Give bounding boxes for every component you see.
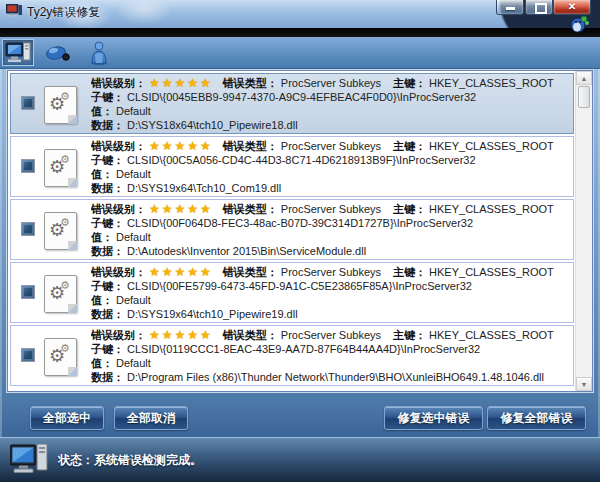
maximize-icon bbox=[535, 3, 547, 14]
gear-icon: ⚙ bbox=[60, 154, 70, 165]
scroll-thumb[interactable] bbox=[578, 86, 590, 108]
data-value: D:\Program Files (x86)\Thunder Network\T… bbox=[127, 371, 544, 383]
label-error-level: 错误级别： bbox=[91, 77, 146, 89]
label-main-key: 主键： bbox=[393, 140, 426, 152]
entry-header-row: 错误级别：★★★★★错误类型：ProcServer Subkeys主键：HKEY… bbox=[91, 202, 570, 216]
error-list-item[interactable]: ⚙ ⚙ 错误级别：★★★★★错误类型：ProcServer Subkeys主键：… bbox=[10, 73, 574, 134]
entry-checkbox[interactable] bbox=[21, 222, 35, 236]
entry-checkbox[interactable] bbox=[21, 159, 35, 173]
error-list-item[interactable]: ⚙ ⚙ 错误级别：★★★★★错误类型：ProcServer Subkeys主键：… bbox=[10, 136, 574, 197]
entry-details: 错误级别：★★★★★错误类型：ProcServer Subkeys主键：HKEY… bbox=[91, 265, 570, 321]
label-data: 数据： bbox=[91, 245, 124, 257]
scroll-up-button[interactable]: ▲ bbox=[576, 71, 592, 85]
minimize-button[interactable] bbox=[496, 0, 524, 15]
label-main-key: 主键： bbox=[393, 329, 426, 341]
label-error-level: 错误级别： bbox=[91, 203, 146, 215]
toolbar-button-user[interactable] bbox=[83, 39, 115, 66]
gear-document-icon: ⚙ ⚙ bbox=[44, 149, 77, 187]
toolbar bbox=[0, 37, 600, 69]
select-all-button[interactable]: 全部选中 bbox=[30, 406, 104, 430]
entry-subkey-row: 子键：CLSID\{0045EBB9-9947-4370-A9C9-4EFBEA… bbox=[91, 90, 570, 104]
titlebar[interactable]: Ty2y错误修复 ✕ bbox=[0, 0, 600, 28]
label-data: 数据： bbox=[91, 119, 124, 131]
value-value: Default bbox=[116, 357, 151, 369]
label-main-key: 主键： bbox=[393, 266, 426, 278]
label-value: 值： bbox=[91, 231, 113, 243]
sub-key-value: CLSID\{0119CCC1-8EAC-43E9-AA7D-87F64B44A… bbox=[127, 343, 480, 355]
error-type-value: ProcServer Subkeys bbox=[281, 140, 381, 152]
value-value: Default bbox=[116, 105, 151, 117]
entry-value-row: 值：Default bbox=[91, 104, 570, 118]
app-window: Ty2y错误修复 ✕ bbox=[0, 0, 600, 482]
error-list-entries: ⚙ ⚙ 错误级别：★★★★★错误类型：ProcServer Subkeys主键：… bbox=[8, 71, 576, 391]
entry-details: 错误级别：★★★★★错误类型：ProcServer Subkeys主键：HKEY… bbox=[91, 139, 570, 195]
gear-icon: ⚙ bbox=[60, 217, 70, 228]
sub-key-value: CLSID\{0045EBB9-9947-4370-A9C9-4EFBEAC4F… bbox=[127, 91, 476, 103]
entry-subkey-row: 子键：CLSID\{00FE5799-6473-45FD-9A1C-C5E238… bbox=[91, 279, 570, 293]
sub-key-value: CLSID\{00C5A056-CD4C-44D3-8C71-4D6218913… bbox=[127, 154, 476, 166]
main-key-value: HKEY_CLASSES_ROOT bbox=[429, 140, 554, 152]
entry-data-row: 数据：D:\SYS19x64\tch10_Pipewire19.dll bbox=[91, 307, 570, 321]
error-list: ⚙ ⚙ 错误级别：★★★★★错误类型：ProcServer Subkeys主键：… bbox=[7, 70, 593, 392]
maximize-button[interactable] bbox=[525, 0, 553, 15]
error-list-item[interactable]: ⚙ ⚙ 错误级别：★★★★★错误类型：ProcServer Subkeys主键：… bbox=[10, 262, 574, 323]
label-error-level: 错误级别： bbox=[91, 266, 146, 278]
computer-status-icon bbox=[10, 443, 48, 476]
entry-checkbox[interactable] bbox=[21, 96, 35, 110]
scroll-down-button[interactable]: ▼ bbox=[576, 377, 592, 391]
toolbar-button-scan[interactable] bbox=[2, 39, 34, 66]
fix-selected-button[interactable]: 修复选中错误 bbox=[384, 406, 483, 430]
toolbar-button-mouse[interactable] bbox=[42, 39, 74, 66]
app-icon bbox=[6, 4, 22, 17]
value-value: Default bbox=[116, 294, 151, 306]
entry-subkey-row: 子键：CLSID\{0119CCC1-8EAC-43E9-AA7D-87F64B… bbox=[91, 342, 570, 356]
label-data: 数据： bbox=[91, 308, 124, 320]
label-error-type: 错误类型： bbox=[223, 266, 278, 278]
label-sub-key: 子键： bbox=[91, 280, 124, 292]
entry-header-row: 错误级别：★★★★★错误类型：ProcServer Subkeys主键：HKEY… bbox=[91, 76, 570, 90]
entry-header-row: 错误级别：★★★★★错误类型：ProcServer Subkeys主键：HKEY… bbox=[91, 328, 570, 342]
entry-checkbox[interactable] bbox=[21, 285, 35, 299]
entry-data-row: 数据：D:\Autodesk\Inventor 2015\Bin\Service… bbox=[91, 244, 570, 258]
gear-icon: ⚙ bbox=[60, 91, 70, 102]
status-bar: 状态：系统错误检测完成。 bbox=[0, 437, 600, 482]
entry-details: 错误级别：★★★★★错误类型：ProcServer Subkeys主键：HKEY… bbox=[91, 202, 570, 258]
label-data: 数据： bbox=[91, 182, 124, 194]
entry-value-row: 值：Default bbox=[91, 293, 570, 307]
error-type-value: ProcServer Subkeys bbox=[281, 329, 381, 341]
star-rating: ★★★★★ bbox=[149, 76, 213, 90]
titlebar-divider bbox=[0, 28, 600, 37]
sub-key-value: CLSID\{00F064D8-FEC3-48ac-B07D-39C314D17… bbox=[127, 217, 473, 229]
label-value: 值： bbox=[91, 105, 113, 117]
entry-data-row: 数据：D:\Program Files (x86)\Thunder Networ… bbox=[91, 370, 570, 384]
label-error-type: 错误类型： bbox=[223, 203, 278, 215]
main-key-value: HKEY_CLASSES_ROOT bbox=[429, 203, 554, 215]
entry-checkbox[interactable] bbox=[21, 348, 35, 362]
scrollbar[interactable]: ▲ ▼ bbox=[575, 71, 592, 391]
label-error-type: 错误类型： bbox=[223, 329, 278, 341]
label-value: 值： bbox=[91, 357, 113, 369]
data-value: D:\SYS19x64\Tch10_Com19.dll bbox=[127, 182, 281, 194]
error-type-value: ProcServer Subkeys bbox=[281, 77, 381, 89]
deselect-all-button[interactable]: 全部取消 bbox=[114, 406, 188, 430]
label-main-key: 主键： bbox=[393, 203, 426, 215]
entry-details: 错误级别：★★★★★错误类型：ProcServer Subkeys主键：HKEY… bbox=[91, 76, 570, 132]
mouse-icon bbox=[45, 41, 71, 63]
gear-icon: ⚙ bbox=[60, 343, 70, 354]
label-sub-key: 子键： bbox=[91, 343, 124, 355]
data-value: D:\SYS19x64\tch10_Pipewire19.dll bbox=[127, 308, 298, 320]
label-value: 值： bbox=[91, 294, 113, 306]
gear-document-icon: ⚙ ⚙ bbox=[44, 212, 77, 250]
gear-icon: ⚙ bbox=[60, 280, 70, 291]
entry-data-row: 数据：D:\SYS18x64\tch10_Pipewire18.dll bbox=[91, 118, 570, 132]
label-sub-key: 子键： bbox=[91, 154, 124, 166]
label-error-type: 错误类型： bbox=[223, 77, 278, 89]
entry-value-row: 值：Default bbox=[91, 230, 570, 244]
fix-all-button[interactable]: 修复全部错误 bbox=[487, 406, 586, 430]
gear-document-icon: ⚙ ⚙ bbox=[44, 338, 77, 376]
action-button-row: 全部选中 全部取消 修复选中错误 修复全部错误 bbox=[0, 400, 600, 438]
error-list-item[interactable]: ⚙ ⚙ 错误级别：★★★★★错误类型：ProcServer Subkeys主键：… bbox=[10, 325, 574, 386]
label-sub-key: 子键： bbox=[91, 217, 124, 229]
error-list-item[interactable]: ⚙ ⚙ 错误级别：★★★★★错误类型：ProcServer Subkeys主键：… bbox=[10, 199, 574, 260]
value-value: Default bbox=[116, 168, 151, 180]
